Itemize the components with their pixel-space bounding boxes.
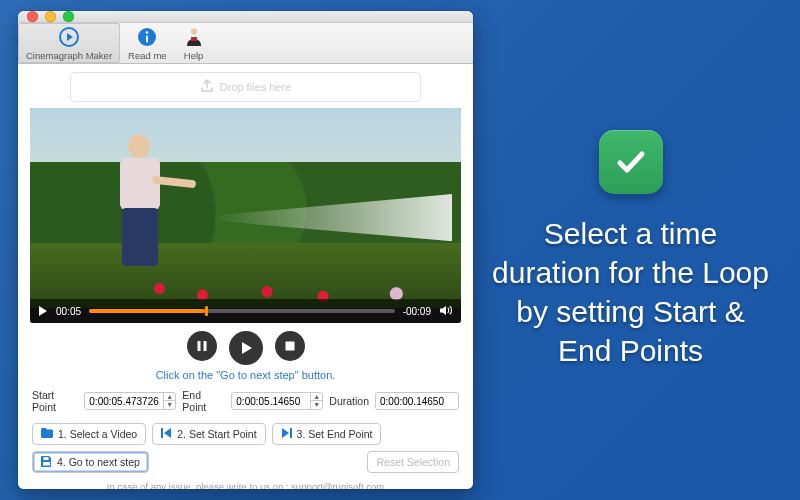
play-circle-icon <box>58 26 80 48</box>
step-label: 4. Go to next step <box>57 456 140 468</box>
promo-panel: Select a time duration for the Loop by s… <box>473 0 800 500</box>
support-footer: In case of any issue, please write to us… <box>30 477 461 489</box>
svg-rect-5 <box>191 37 197 41</box>
svg-rect-2 <box>146 36 148 43</box>
start-point-label: Start Point <box>32 389 78 413</box>
minimize-window-button[interactable] <box>45 11 56 22</box>
stepper-arrows[interactable]: ▲▼ <box>163 393 175 410</box>
step-label: 3. Set End Point <box>297 428 373 440</box>
skip-end-icon <box>281 428 292 440</box>
svg-rect-10 <box>290 428 292 438</box>
pause-button[interactable] <box>187 331 217 361</box>
stepper-arrows[interactable]: ▲▼ <box>310 393 322 410</box>
workflow-steps: 1. Select a Video 2. Set Start Point 3. … <box>30 423 461 477</box>
duration-value <box>376 396 458 407</box>
end-point-stepper[interactable]: ▲▼ <box>231 392 323 410</box>
svg-point-3 <box>146 31 149 34</box>
toolbar-label: Help <box>184 50 204 61</box>
toolbar-label: Read me <box>128 50 167 61</box>
hint-text: Click on the "Go to next step" button. <box>30 369 461 389</box>
checkmark-badge-icon <box>599 130 663 194</box>
step-set-end-button[interactable]: 3. Set End Point <box>272 423 382 445</box>
step-label: 2. Set Start Point <box>177 428 256 440</box>
step-go-next-button[interactable]: 4. Go to next step <box>32 451 149 473</box>
toolbar-help[interactable]: Help <box>175 23 213 63</box>
step-select-video-button[interactable]: 1. Select a Video <box>32 423 146 445</box>
video-preview: 00:05 -00:09 <box>30 108 461 323</box>
toolbar-read-me[interactable]: Read me <box>120 23 175 63</box>
play-button[interactable] <box>229 331 263 365</box>
video-remaining-time: -00:09 <box>403 306 431 317</box>
window-titlebar <box>18 11 473 23</box>
svg-rect-6 <box>197 341 200 351</box>
folder-icon <box>41 428 53 440</box>
toolbar-label: Cinemagraph Maker <box>26 50 112 61</box>
start-point-input[interactable] <box>85 396 163 407</box>
duration-field <box>375 392 459 410</box>
help-person-icon <box>183 26 205 48</box>
main-content: Drop files here 00:05 -00:09 <box>18 64 473 489</box>
svg-rect-12 <box>43 462 50 466</box>
svg-rect-9 <box>161 428 163 438</box>
playback-buttons <box>30 323 461 369</box>
svg-rect-7 <box>203 341 206 351</box>
save-icon <box>41 456 52 469</box>
skip-start-icon <box>161 428 172 440</box>
video-play-icon[interactable] <box>38 306 48 316</box>
end-point-label: End Point <box>182 389 225 413</box>
svg-rect-8 <box>285 342 294 351</box>
file-dropzone[interactable]: Drop files here <box>70 72 421 102</box>
start-point-stepper[interactable]: ▲▼ <box>84 392 176 410</box>
close-window-button[interactable] <box>27 11 38 22</box>
time-row: Start Point ▲▼ End Point ▲▼ Duration <box>30 389 461 423</box>
reset-selection-button[interactable]: Reset Selection <box>367 451 459 473</box>
toolbar-cinemagraph-maker[interactable]: Cinemagraph Maker <box>18 23 120 63</box>
main-toolbar: Cinemagraph Maker Read me Help <box>18 23 473 64</box>
svg-point-4 <box>191 29 197 35</box>
dropzone-label: Drop files here <box>220 81 292 93</box>
video-controls-bar: 00:05 -00:09 <box>30 299 461 323</box>
video-seek-track[interactable] <box>89 309 395 313</box>
duration-label: Duration <box>329 395 369 407</box>
step-set-start-button[interactable]: 2. Set Start Point <box>152 423 265 445</box>
video-frame-illustration <box>30 108 461 323</box>
info-circle-icon <box>136 26 158 48</box>
seek-knob[interactable] <box>205 306 208 316</box>
app-window: Cinemagraph Maker Read me Help Drop <box>18 11 473 489</box>
stop-button[interactable] <box>275 331 305 361</box>
video-current-time: 00:05 <box>56 306 81 317</box>
step-label: 1. Select a Video <box>58 428 137 440</box>
end-point-input[interactable] <box>232 396 310 407</box>
volume-icon[interactable] <box>439 305 453 318</box>
promo-headline: Select a time duration for the Loop by s… <box>481 214 780 370</box>
maximize-window-button[interactable] <box>63 11 74 22</box>
step-label: Reset Selection <box>376 456 450 468</box>
svg-rect-11 <box>44 457 49 460</box>
upload-icon <box>200 79 214 95</box>
